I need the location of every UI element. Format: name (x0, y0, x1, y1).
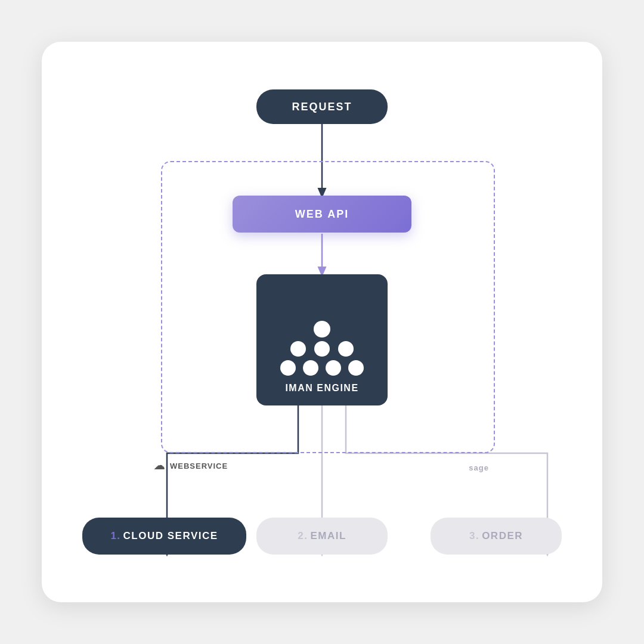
iman-engine-box: IMAN ENGINE (256, 274, 388, 405)
webapi-label: WEB API (295, 208, 349, 221)
node-left (290, 341, 306, 357)
webservice-text: WEBSERVICE (170, 462, 228, 470)
cloud-box-label: 1.CLOUD SERVICE (110, 530, 218, 542)
network-icon (280, 321, 364, 376)
diagram-card: REQUEST WEB API (42, 42, 602, 602)
node-b3 (326, 360, 341, 376)
email-text: EMAIL (310, 530, 346, 541)
diagram-container: REQUEST WEB API (42, 42, 602, 602)
order-text: ORDER (482, 530, 523, 541)
email-box-label: 2.EMAIL (298, 530, 346, 542)
node-row-2 (290, 341, 354, 357)
sage-text: sage (469, 463, 489, 472)
request-box: REQUEST (256, 89, 388, 124)
cloud-service-text: CLOUD SERVICE (123, 530, 218, 541)
order-box: 3.ORDER (431, 518, 562, 555)
request-label: REQUEST (292, 101, 352, 113)
node-b1 (280, 360, 296, 376)
order-num: 3. (469, 530, 479, 541)
iman-label: IMAN ENGINE (285, 383, 358, 394)
email-box: 2.EMAIL (256, 518, 388, 555)
node-center (314, 341, 330, 357)
cloud-icon: ☁ (154, 459, 165, 472)
node-row-3 (280, 360, 364, 376)
node-b4 (348, 360, 364, 376)
webservice-label-group: ☁ WEBSERVICE (154, 459, 228, 472)
cloud-num: 1. (110, 530, 120, 541)
node-b2 (303, 360, 318, 376)
webapi-box: WEB API (233, 196, 411, 233)
node-top (314, 321, 330, 338)
order-box-label: 3.ORDER (469, 530, 523, 542)
email-num: 2. (298, 530, 308, 541)
node-right (338, 341, 354, 357)
cloud-service-box: 1.CLOUD SERVICE (82, 518, 246, 555)
sage-label-group: sage (469, 463, 489, 472)
